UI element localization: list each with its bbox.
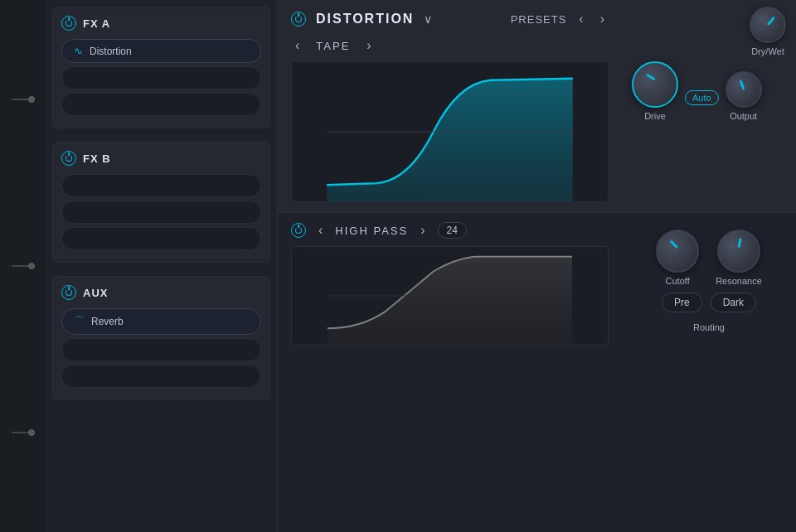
auto-button[interactable]: Auto xyxy=(685,90,719,105)
distortion-right-controls: Dry/Wet Drive Auto xyxy=(622,0,796,212)
tape-label: TAPE xyxy=(316,40,350,52)
highpass-right-controls: Cutoff Resonance Pre Dark Ro xyxy=(622,213,796,532)
output-label: Output xyxy=(730,111,757,121)
distortion-label: DISTORTION xyxy=(316,12,414,27)
connector-line xyxy=(12,99,28,100)
cutoff-knob-group: Cutoff xyxy=(656,230,699,286)
output-knob[interactable] xyxy=(726,71,762,108)
presets-label: PRESETS xyxy=(511,13,567,26)
fx-panels: FX A ∿ Distortion FX B xyxy=(46,0,278,532)
aux-title: AUX xyxy=(83,287,108,299)
resonance-knob[interactable] xyxy=(717,230,760,273)
distortion-header: DISTORTION ∨ PRESETS ‹ › xyxy=(291,10,609,28)
power-icon-aux xyxy=(66,289,72,296)
fx-a-slot-1-label: Distortion xyxy=(90,46,132,57)
drive-label: Drive xyxy=(644,111,666,121)
highpass-header: ‹ HIGH PASS › 24 xyxy=(291,221,609,239)
distortion-wave-icon: ∿ xyxy=(74,45,83,57)
reverb-icon: ⌒ xyxy=(74,314,85,329)
tape-next-arrow[interactable]: › xyxy=(362,36,375,55)
auto-badge-container: Auto xyxy=(685,89,719,104)
drive-knob-group: Drive xyxy=(632,61,678,121)
fx-b-panel: FX B xyxy=(52,142,270,263)
aux-panel: AUX ⌒ Reverb xyxy=(52,276,270,400)
tape-waveform-svg xyxy=(292,62,608,201)
highpass-section: ‹ HIGH PASS › 24 xyxy=(278,213,796,532)
fx-a-header: FX A xyxy=(61,16,261,31)
connector-line-2 xyxy=(12,265,28,267)
pre-button[interactable]: Pre xyxy=(662,293,702,312)
aux-slot-1-label: Reverb xyxy=(91,316,124,327)
fx-b-slot-3[interactable] xyxy=(61,227,261,250)
highpass-svg xyxy=(292,247,608,345)
presets-prev-arrow[interactable]: ‹ xyxy=(575,10,587,28)
fx-b-slot-1[interactable] xyxy=(61,174,261,197)
dry-wet-knob[interactable] xyxy=(750,7,786,43)
presets-section: PRESETS ‹ › xyxy=(511,10,609,28)
distortion-panel: DISTORTION ∨ PRESETS ‹ › ‹ TAPE › xyxy=(278,0,622,212)
highpass-power-button[interactable] xyxy=(291,223,306,238)
drive-indicator xyxy=(646,74,656,81)
resonance-knob-group: Resonance xyxy=(716,230,762,286)
power-icon-dist xyxy=(295,16,302,22)
highpass-next-arrow[interactable]: › xyxy=(416,221,429,239)
cutoff-label: Cutoff xyxy=(666,276,690,286)
left-sidebar xyxy=(0,0,46,532)
connector-line-3 xyxy=(12,432,28,433)
cutoff-resonance-row: Cutoff Resonance xyxy=(632,221,786,286)
dry-wet-label: Dry/Wet xyxy=(751,46,784,56)
fx-b-power-button[interactable] xyxy=(61,151,76,166)
routing-container: Routing xyxy=(632,319,786,334)
fx-b-header: FX B xyxy=(61,151,261,166)
output-indicator xyxy=(739,80,745,89)
cutoff-indicator xyxy=(670,239,679,249)
aux-slot-3[interactable] xyxy=(61,365,261,388)
distortion-top-section: DISTORTION ∨ PRESETS ‹ › ‹ TAPE › xyxy=(278,0,796,213)
connector-dot xyxy=(28,96,35,103)
dry-wet-knob-group: Dry/Wet xyxy=(750,7,786,56)
highpass-display xyxy=(291,246,609,346)
power-icon-b xyxy=(66,155,72,162)
cutoff-knob[interactable] xyxy=(656,230,699,273)
main-container: FX A ∿ Distortion FX B xyxy=(0,0,796,532)
presets-next-arrow[interactable]: › xyxy=(596,10,609,28)
fx-a-power-button[interactable] xyxy=(61,16,76,31)
highpass-label: HIGH PASS xyxy=(335,225,408,237)
tape-display xyxy=(291,61,609,202)
distortion-dropdown-arrow[interactable]: ∨ xyxy=(424,12,432,26)
resonance-indicator xyxy=(738,238,742,248)
connector-bottom xyxy=(12,429,35,436)
aux-slot-2[interactable] xyxy=(61,338,261,361)
dark-button[interactable]: Dark xyxy=(711,293,756,312)
dry-wet-indicator xyxy=(767,17,775,26)
dry-wet-container: Dry/Wet xyxy=(632,7,786,56)
fx-a-title: FX A xyxy=(83,17,110,30)
fx-a-panel: FX A ∿ Distortion xyxy=(52,7,270,128)
highpass-prev-arrow[interactable]: ‹ xyxy=(314,221,327,239)
connector-middle xyxy=(12,263,35,269)
tape-prev-arrow[interactable]: ‹ xyxy=(291,36,303,55)
connector-dot-2 xyxy=(28,263,35,269)
fx-b-slot-2[interactable] xyxy=(61,201,261,224)
pre-dark-row: Pre Dark xyxy=(632,293,786,312)
output-knob-group: Output xyxy=(726,71,762,121)
main-content: DISTORTION ∨ PRESETS ‹ › ‹ TAPE › xyxy=(278,0,796,532)
routing-label: Routing xyxy=(693,322,725,332)
fx-a-slot-1[interactable]: ∿ Distortion xyxy=(61,39,261,63)
drive-knob[interactable] xyxy=(632,61,678,108)
highpass-panel: ‹ HIGH PASS › 24 xyxy=(278,213,622,532)
fx-a-slot-2[interactable] xyxy=(61,66,261,89)
connector-top xyxy=(12,96,35,103)
highpass-value-badge: 24 xyxy=(438,222,467,239)
power-icon xyxy=(66,20,72,27)
aux-power-button[interactable] xyxy=(61,285,76,300)
aux-header: AUX xyxy=(61,285,261,300)
drive-output-row: Drive Auto Output xyxy=(632,61,786,121)
fx-a-slot-3[interactable] xyxy=(61,93,261,116)
tape-navigation: ‹ TAPE › xyxy=(291,36,609,55)
power-icon-hp xyxy=(295,227,302,234)
aux-slot-1[interactable]: ⌒ Reverb xyxy=(61,308,261,335)
fx-b-title: FX B xyxy=(83,152,111,165)
connector-dot-3 xyxy=(28,429,35,436)
distortion-power-button[interactable] xyxy=(291,12,306,27)
